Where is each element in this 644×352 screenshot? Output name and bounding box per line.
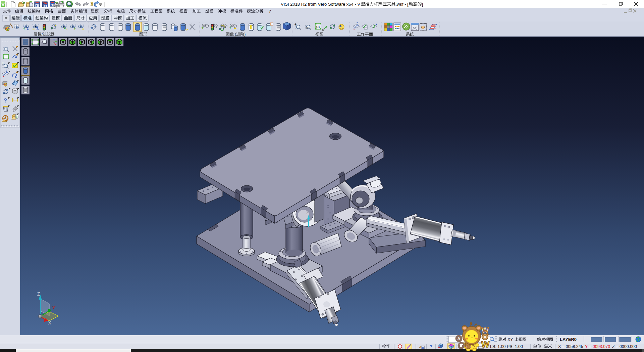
svg-text::: : (541, 344, 542, 349)
svg-text:19:57: 19:57 (609, 351, 620, 352)
svg-text:Y =-0093.070: Y =-0093.070 (585, 344, 610, 349)
svg-text:): ) (244, 32, 246, 37)
svg-text:Y: Y (52, 305, 55, 310)
svg-text:X = 0058.245: X = 0058.245 (558, 344, 583, 349)
svg-text:VISI 2018 R2 from Vero Softwar: VISI 2018 R2 from Vero Software x64 - V (281, 2, 360, 7)
svg-text:(: ( (235, 32, 236, 37)
svg-text:1:1: 1:1 (316, 26, 320, 29)
svg-text:?: ? (269, 9, 271, 14)
svg-text:X: X (48, 320, 51, 325)
svg-text:LAYER0: LAYER0 (560, 337, 577, 342)
svg-text:A: A (457, 336, 461, 341)
svg-text:W: W (481, 339, 490, 349)
svg-text:XY: XY (507, 337, 513, 342)
svg-text:W: W (481, 325, 489, 335)
svg-text:Z: Z (37, 291, 40, 297)
svg-text:Z: Z (306, 211, 309, 215)
svg-text:.wkf - [: .wkf - [ (395, 2, 409, 7)
svg-text:+: + (64, 27, 66, 30)
svg-text:LS: 1.00 PS: 1.00: LS: 1.00 PS: 1.00 (490, 344, 523, 349)
svg-text:]: ] (422, 2, 423, 7)
svg-text:V: V (1, 1, 5, 7)
svg-text:+: + (23, 27, 25, 31)
svg-text:+: + (74, 27, 76, 31)
svg-text:Z = 0000.000: Z = 0000.000 (612, 344, 637, 349)
svg-text:+: + (229, 26, 231, 30)
svg-text:10: 10 (422, 347, 424, 349)
svg-text:+: + (294, 23, 297, 26)
svg-text:?: ? (4, 97, 7, 104)
svg-text:+: + (201, 26, 204, 30)
svg-text:?: ? (429, 344, 432, 349)
svg-text:+: + (2, 61, 4, 65)
